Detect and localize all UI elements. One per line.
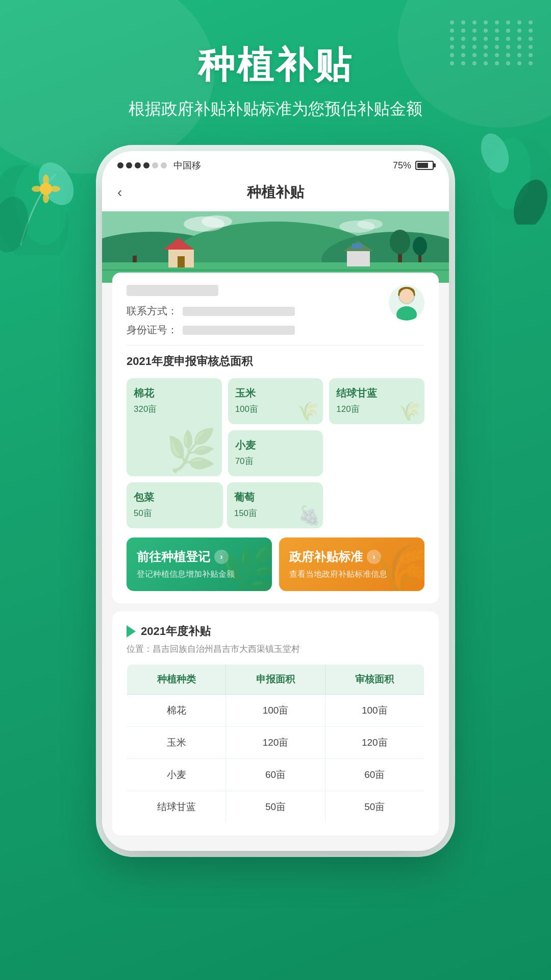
subsidy-location: 位置：昌吉回族自治州昌吉市大西渠镇玉堂村 [127,643,424,655]
crop-name-baocai: 包菜 [134,491,216,504]
table-cell-1-1: 120亩 [226,727,325,759]
register-btn[interactable]: 前往种植登记 › 登记种植信息增加补贴金额 🌿 [127,537,272,591]
crop-name-wheat: 小麦 [235,438,316,452]
standard-watermark: 🌾 [371,541,424,591]
table-cell-3-0: 结球甘蓝 [127,791,226,823]
svg-point-19 [126,233,144,256]
back-button[interactable]: ‹ [117,184,122,201]
hero-banner [102,211,449,283]
contact-row: 联系方式： [127,304,424,318]
main-title: 种植补贴 [0,41,551,90]
crop-area-wheat: 70亩 [235,455,316,467]
carrier-text: 中国移 [173,159,201,172]
subsidy-table-body: 棉花100亩100亩玉米120亩120亩小麦60亩60亩结球甘蓝50亩50亩 [127,695,424,823]
table-cell-0-1: 100亩 [226,695,325,727]
table-row-1: 玉米120亩120亩 [127,727,424,759]
svg-rect-25 [347,251,370,266]
crop-grid: 棉花 320亩 🌿 玉米 100亩 🌾 结球甘蓝 [127,378,424,528]
svg-point-34 [357,219,383,229]
area-section-title: 2021年度申报审核总面积 [127,354,424,369]
table-row-3: 结球甘蓝50亩50亩 [127,791,424,823]
id-blur [183,326,295,335]
user-card: 联系方式： 身份证号： [112,273,439,603]
crop-area-baocai: 50亩 [134,507,216,519]
main-content: 联系方式： 身份证号： [102,273,449,851]
phone-wrapper: 中国移 75% ‹ 种植补贴 [0,151,551,851]
crop-name-corn: 玉米 [235,386,316,400]
table-cell-0-2: 100亩 [325,695,424,727]
crop-area-cotton: 320亩 [134,403,215,415]
table-cell-1-0: 玉米 [127,727,226,759]
standard-label: 政府补贴标准 [289,549,363,565]
signal-dot-1 [117,162,123,168]
crop-card-cotton: 棉花 320亩 🌿 [127,378,222,476]
signal-dot-5 [152,162,158,168]
subsidy-table: 种植种类 申报面积 审核面积 棉花100亩100亩玉米120亩120亩小麦60亩… [127,664,424,823]
svg-point-38 [396,306,417,321]
crop-icon-cotton: 🌿 [166,430,217,471]
subsidy-section: 2021年度补贴 位置：昌吉回族自治州昌吉市大西渠镇玉堂村 种植种类 申报面积 … [112,611,439,836]
table-header-row: 种植种类 申报面积 审核面积 [127,665,424,695]
table-cell-2-2: 60亩 [325,759,424,791]
crop-row-bottom: 包菜 50亩 葡萄 150亩 🍇 [127,482,323,528]
id-row: 身份证号： [127,323,424,337]
triangle-icon [127,625,136,638]
table-cell-3-2: 50亩 [325,791,424,823]
landscape-svg [102,211,449,283]
table-cell-1-2: 120亩 [325,727,424,759]
avatar [389,285,424,321]
register-watermark: 🌿 [218,541,272,591]
signal-dot-6 [161,162,167,168]
contact-blur [183,307,295,316]
contact-label: 联系方式： [127,304,178,318]
signal-dot-3 [135,162,141,168]
battery-fill [417,163,428,168]
svg-rect-27 [352,243,362,249]
table-row-0: 棉花100亩100亩 [127,695,424,727]
svg-point-32 [202,215,232,228]
standard-btn[interactable]: 政府补贴标准 › 查看当地政府补贴标准信息 🌾 [279,537,424,591]
status-bar: 中国移 75% [102,151,449,176]
signal-dot-2 [126,162,132,168]
crop-area-cabbage: 120亩 [336,403,417,415]
crop-card-corn: 玉米 100亩 🌾 [228,378,323,424]
sub-title: 根据政府补贴补贴标准为您预估补贴金额 [0,98,551,120]
crop-name-cabbage: 结球甘蓝 [336,386,417,400]
crop-area-corn: 100亩 [235,403,316,415]
subsidy-title-text: 2021年度补贴 [141,624,211,639]
svg-point-37 [399,289,414,303]
id-label: 身份证号： [127,323,178,337]
subsidy-title: 2021年度补贴 [127,624,424,639]
table-row-2: 小麦60亩60亩 [127,759,424,791]
svg-rect-24 [178,256,185,267]
signal-dot-4 [143,162,149,168]
col-header-declared: 申报面积 [226,665,325,695]
crop-card-wheat: 小麦 70亩 [228,430,323,476]
divider [127,345,424,346]
table-cell-3-1: 50亩 [226,791,325,823]
battery-percent: 75% [393,160,411,171]
battery-icon [415,161,434,170]
crop-card-grape: 葡萄 150亩 🍇 [227,482,323,528]
crop-name-grape: 葡萄 [234,491,316,504]
svg-point-29 [413,237,427,255]
register-label: 前往种植登记 [137,549,210,565]
crop-card-baocai: 包菜 50亩 [127,482,223,528]
status-right: 75% [393,160,434,171]
hero-section: 种植补贴 根据政府补贴补贴标准为您预估补贴金额 [0,0,551,120]
location-prefix: 位置： [127,644,153,654]
svg-point-21 [390,230,410,254]
status-left: 中国移 [117,159,201,172]
location-text: 昌吉回族自治州昌吉市大西渠镇玉堂村 [153,644,300,654]
crop-area-grape: 150亩 [234,507,316,519]
app-header: ‹ 种植补贴 [102,176,449,211]
table-cell-0-0: 棉花 [127,695,226,727]
table-cell-2-1: 60亩 [226,759,325,791]
col-header-audited: 审核面积 [325,665,424,695]
col-header-type: 种植种类 [127,665,226,695]
phone-mockup: 中国移 75% ‹ 种植补贴 [102,151,449,851]
app-header-title: 种植补贴 [247,183,304,202]
crop-name-cotton: 棉花 [134,386,215,400]
action-buttons: 前往种植登记 › 登记种植信息增加补贴金额 🌿 政府补贴标准 › 查看当地政 [127,537,424,591]
crop-card-cabbage: 结球甘蓝 120亩 🌾 [329,378,424,424]
